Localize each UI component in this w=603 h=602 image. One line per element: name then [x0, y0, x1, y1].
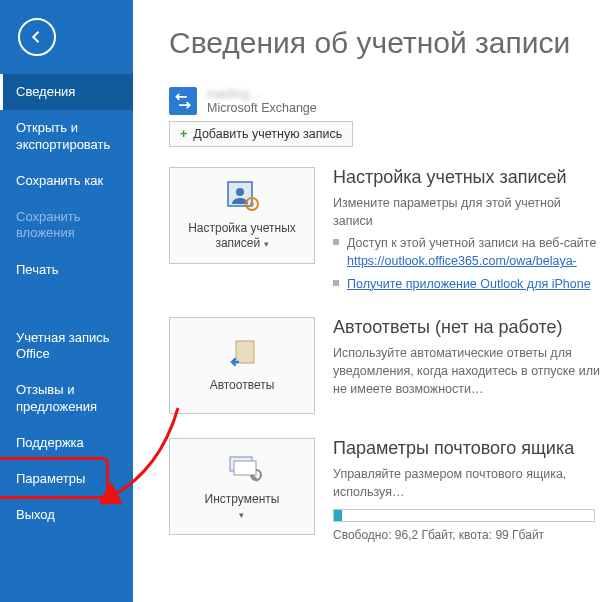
sidebar-item-6[interactable]: Отзывы и предложения — [0, 372, 133, 425]
sidebar-item-0[interactable]: Сведения — [0, 74, 133, 110]
account-header: loading… Microsoft Exchange — [169, 86, 603, 115]
sidebar-item-7[interactable]: Поддержка — [0, 425, 133, 461]
account-type: Microsoft Exchange — [207, 101, 317, 115]
account-settings-icon — [222, 180, 262, 214]
mailbox-title: Параметры почтового ящика — [333, 438, 603, 459]
mobile-app-link[interactable]: Получите приложение Outlook для iPhone — [347, 277, 591, 291]
owa-link[interactable]: https://outlook.office365.com/owa/belaya… — [347, 254, 577, 268]
sidebar-item-3: Сохранить вложения — [0, 199, 133, 252]
svg-point-3 — [250, 202, 254, 206]
autoreply-desc: Используйте автоматические ответы для ув… — [333, 344, 603, 398]
sidebar-item-4[interactable]: Печать — [0, 252, 133, 288]
sidebar-item-2[interactable]: Сохранить как — [0, 163, 133, 199]
sidebar-item-5[interactable]: Учетная запись Office — [0, 320, 133, 373]
add-account-label: Добавить учетную запись — [193, 127, 342, 141]
svg-point-1 — [236, 188, 244, 196]
main-panel: Сведения об учетной записи loading… Micr… — [133, 0, 603, 602]
sidebar-item-1[interactable]: Открыть и экспортировать — [0, 110, 133, 163]
autoreply-button[interactable]: Автоответы — [169, 317, 315, 414]
account-settings-title: Настройка учетных записей — [333, 167, 603, 188]
account-name: loading… — [207, 86, 317, 101]
plus-icon: + — [180, 127, 187, 141]
quota-text: Свободно: 96,2 Гбайт, квота: 99 Гбайт — [333, 528, 603, 542]
tools-button[interactable]: Инструменты▾ — [169, 438, 315, 535]
svg-rect-6 — [234, 461, 256, 475]
autoreply-title: Автоответы (нет на работе) — [333, 317, 603, 338]
mailbox-desc: Управляйте размером почтового ящика, исп… — [333, 465, 603, 501]
account-settings-button[interactable]: Настройка учетных записей ▾ — [169, 167, 315, 264]
sidebar-item-9[interactable]: Выход — [0, 497, 133, 533]
tools-icon — [222, 451, 262, 485]
svg-rect-4 — [236, 341, 254, 363]
exchange-icon — [169, 87, 197, 115]
back-button[interactable] — [18, 18, 56, 56]
page-title: Сведения об учетной записи — [169, 26, 603, 60]
quota-bar — [333, 509, 595, 522]
add-account-button[interactable]: + Добавить учетную запись — [169, 121, 353, 147]
sidebar-item-8[interactable]: Параметры — [0, 461, 133, 497]
account-settings-desc: Измените параметры для этой учетной запи… — [333, 194, 603, 230]
autoreply-icon — [222, 337, 262, 371]
backstage-sidebar: СведенияОткрыть и экспортироватьСохранит… — [0, 0, 133, 602]
